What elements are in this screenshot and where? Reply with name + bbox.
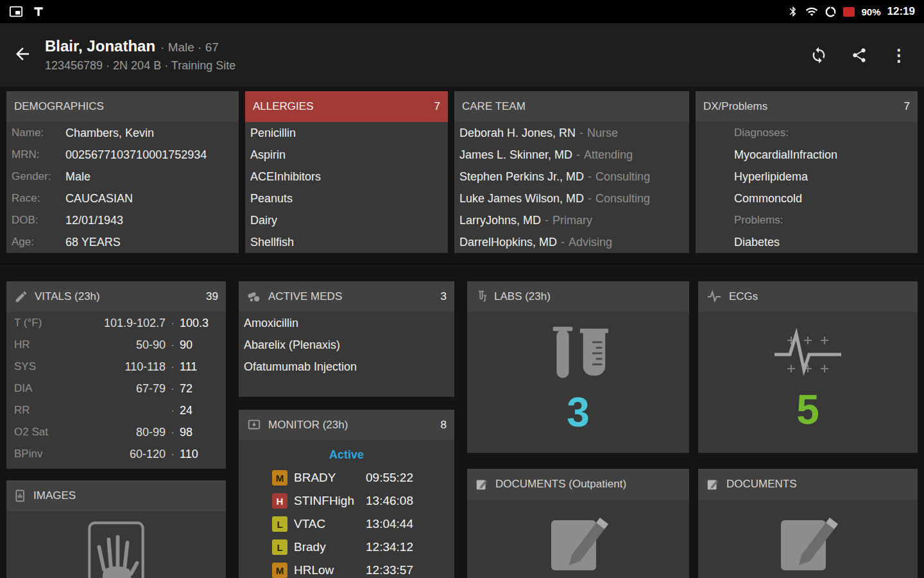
diagnosis-item: Hyperlipidema [696,166,918,188]
separator: · [171,426,175,439]
back-arrow-icon [13,44,32,66]
event-name: Brady [294,540,366,554]
vital-range: 80-99 [56,426,166,439]
documents-outpatient-card[interactable]: DOCUMENTS (Outpatient) [467,469,689,578]
monitor-event[interactable]: LVTAC13:04:44 [239,512,454,536]
vital-label: RR [14,404,56,417]
data-usage-icon [825,6,837,18]
demographics-card[interactable]: DEMOGRAPHICS Name:Chambers, Kevin MRN:00… [6,91,239,253]
images-header: IMAGES [6,480,226,511]
care-team-member: DarrelHopkins, MD-Advising [454,231,689,253]
battery-percent: 90% [861,6,880,17]
care-team-member: Deborah H. Jones, RN-Nurse [454,122,689,144]
monitor-event[interactable]: HSTINFHigh13:46:08 [239,489,454,512]
field-value: Male [65,166,90,188]
allergy-item: Peanuts [245,188,448,209]
member-role: Primary [552,214,592,227]
care-team-member: James L. Skinner, MD-Attending [454,144,689,166]
status-bar: 90% 12:19 [0,0,924,23]
monitor-event[interactable]: MHRLow12:33:57 [239,559,454,578]
pills-icon [246,290,262,304]
vital-range: 110-118 [56,360,166,374]
field-value: 0025677103710001752934 [65,144,207,166]
allergy-item: ACEInhibitors [245,166,448,188]
active-meds-count: 3 [441,290,447,303]
ecgs-count: 5 [796,389,819,430]
share-button[interactable] [851,47,868,64]
vital-range: 67-79 [56,382,166,396]
back-button[interactable] [0,44,45,66]
ecgs-card[interactable]: ECGs 5 [698,281,918,453]
care-team-card[interactable]: CARE TEAM Deborah H. Jones, RN-Nurse Jam… [454,91,689,253]
card-title: ALLERGIES [253,100,314,113]
allergy-item: Shellfish [245,231,448,253]
med-item: Ofatumumab Injection [239,356,454,378]
card-title: DX/Problems [703,100,767,113]
monitor-import-icon [246,418,262,432]
med-item: Abarelix (Plenaxis) [239,334,454,356]
field-label: MRN: [12,144,65,166]
field-label: DOB: [12,209,65,231]
sync-button[interactable] [810,46,828,64]
field-label: Name: [12,122,65,144]
member-role: Consulting [595,170,650,183]
field-value: Chambers, Kevin [65,122,154,144]
dx-problems-card[interactable]: DX/Problems 7 Diagnoses: MyocardialInfra… [696,91,918,253]
ecgs-header: ECGs [698,281,918,312]
monitor-card[interactable]: MONITOR (23h) 8 Active MBRADY09:55:22 HS… [239,410,454,578]
patient-demographic-suffix: · Male · 67 [160,40,219,55]
labs-card[interactable]: LABS (23h) 3 [467,281,689,453]
diagnosis-item: Commoncold [696,188,918,209]
xray-hand-image [6,511,226,578]
allergies-count: 7 [434,100,440,113]
member-name: DarrelHopkins, MD [459,236,557,249]
bluetooth-icon [787,6,799,17]
active-meds-card[interactable]: ACTIVE MEDS 3 Amoxicillin Abarelix (Plen… [239,281,454,397]
care-team-header: CARE TEAM [454,91,689,122]
app-notification-icon [32,5,45,18]
card-title: DOCUMENTS (Outpatient) [495,478,626,491]
member-name: Deborah H. Jones, RN [459,127,576,139]
member-role: Nurse [587,127,618,139]
event-name: HRLow [294,563,366,577]
monitor-event[interactable]: MBRADY09:55:22 [239,466,454,489]
overflow-menu-button[interactable]: ⋮ [891,47,907,64]
document-pencil-icon [706,477,720,491]
separator: - [576,148,580,161]
vitals-card[interactable]: VITALS (23h) 39 T (°F)101.9-102.7·100.3 … [6,281,226,469]
member-role: Attending [584,148,633,161]
event-time: 09:55:22 [366,471,413,485]
member-name: Stephen Perkins Jr., MD [459,170,584,183]
diagnosis-item: MyocardialInfraction [696,144,918,166]
documents-outpatient-header: DOCUMENTS (Outpatient) [467,469,689,500]
vitals-count: 39 [206,290,218,303]
test-tube-icon [475,290,488,304]
monitor-header: MONITOR (23h) 8 [239,410,454,441]
separator: - [561,236,565,249]
documents-card[interactable]: DOCUMENTS [698,469,918,578]
field-value: CAUCASIAN [65,188,133,209]
card-title: MONITOR (23h) [268,419,348,432]
documents-body [698,500,918,575]
documents-header: DOCUMENTS [698,469,918,500]
monitor-event[interactable]: LBrady12:34:12 [239,536,454,559]
vital-row: HR50-90·90 [6,334,226,356]
card-title: VITALS (23h) [35,290,100,303]
labs-beaker-icon [530,324,626,388]
vital-row: RR·24 [6,399,226,421]
problem-item: Diabetes [696,231,918,253]
event-name: STINFHigh [294,494,366,508]
vital-value: 24 [180,404,218,417]
separator: · [171,317,175,330]
separator: · [171,448,175,461]
ecgs-body: 5 [698,312,918,430]
dx-count: 7 [904,100,910,113]
card-title: DEMOGRAPHICS [14,100,104,113]
vital-range: 60-120 [56,448,166,461]
vital-range: 101.9-102.7 [56,317,166,330]
member-name: Luke James Wilson, MD [459,192,584,205]
event-time: 13:04:44 [366,517,413,531]
allergies-card[interactable]: ALLERGIES 7 Penicillin Aspirin ACEInhibi… [245,91,448,253]
images-card[interactable]: IMAGES [6,480,226,578]
diagnoses-label: Diagnoses: [696,122,918,144]
